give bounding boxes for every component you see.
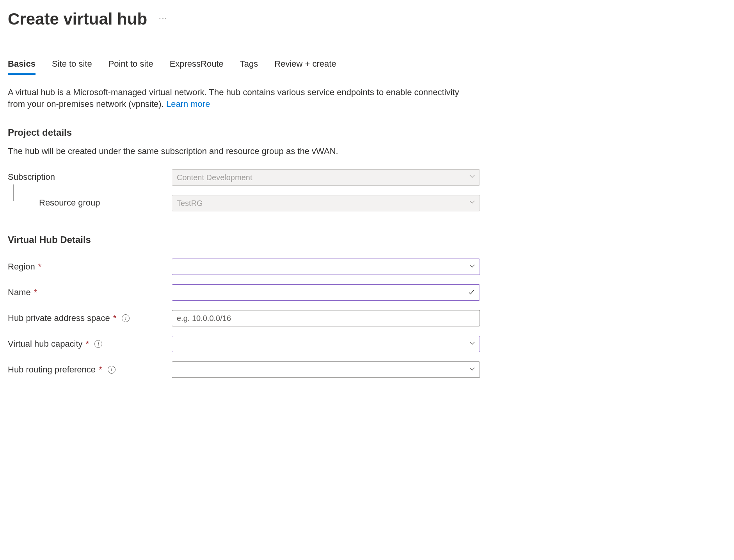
description-text: A virtual hub is a Microsoft-managed vir… (8, 87, 476, 111)
tab-tags[interactable]: Tags (240, 58, 258, 75)
routing-row: Hub routing preference * i (8, 362, 726, 378)
tabs: Basics Site to site Point to site Expres… (8, 58, 726, 75)
tab-site-to-site[interactable]: Site to site (52, 58, 92, 75)
chevron-down-icon (469, 198, 475, 207)
chevron-down-icon (469, 262, 475, 271)
description-body: A virtual hub is a Microsoft-managed vir… (8, 87, 459, 109)
name-label: Name (8, 287, 31, 299)
page-title: Create virtual hub (8, 8, 147, 31)
capacity-dropdown[interactable] (172, 336, 480, 352)
resource-group-row: Resource group TestRG (8, 195, 726, 211)
routing-dropdown[interactable] (172, 362, 480, 378)
name-input-wrap (172, 284, 480, 301)
subscription-dropdown: Content Development (172, 169, 480, 186)
checkmark-icon (468, 287, 475, 298)
project-details-heading: Project details (8, 126, 726, 139)
required-indicator: * (86, 338, 89, 350)
address-space-row: Hub private address space * i (8, 310, 726, 326)
resource-group-label: Resource group (39, 197, 100, 209)
learn-more-link[interactable]: Learn more (166, 99, 210, 109)
info-icon[interactable]: i (94, 340, 102, 348)
resource-group-value: TestRG (177, 198, 203, 209)
subscription-value: Content Development (177, 172, 252, 183)
resource-group-label-col: Resource group (8, 195, 172, 211)
tab-expressroute[interactable]: ExpressRoute (170, 58, 224, 75)
subscription-row: Subscription Content Development (8, 169, 726, 186)
region-dropdown[interactable] (172, 259, 480, 275)
info-icon[interactable]: i (108, 366, 116, 374)
required-indicator: * (113, 312, 117, 324)
region-row: Region * (8, 259, 726, 275)
tab-point-to-site[interactable]: Point to site (108, 58, 153, 75)
info-icon[interactable]: i (122, 314, 130, 322)
tab-review-create[interactable]: Review + create (274, 58, 336, 75)
project-details-subtext: The hub will be created under the same s… (8, 145, 726, 158)
subscription-label: Subscription (8, 171, 172, 183)
name-row: Name * (8, 284, 726, 301)
tree-indent-icon (11, 195, 34, 211)
routing-label: Hub routing preference (8, 364, 96, 376)
required-indicator: * (34, 287, 37, 299)
page-header: Create virtual hub ··· (8, 8, 726, 31)
chevron-down-icon (469, 365, 475, 374)
chevron-down-icon (469, 340, 475, 348)
address-space-label: Hub private address space (8, 312, 110, 324)
more-icon[interactable]: ··· (159, 12, 168, 26)
capacity-row: Virtual hub capacity * i (8, 336, 726, 352)
tab-basics[interactable]: Basics (8, 58, 36, 75)
vhub-details-heading: Virtual Hub Details (8, 233, 726, 246)
chevron-down-icon (469, 173, 475, 181)
name-input[interactable] (172, 284, 480, 301)
address-space-input[interactable] (172, 310, 480, 326)
region-label: Region (8, 261, 35, 273)
required-indicator: * (99, 364, 102, 376)
required-indicator: * (38, 261, 42, 273)
capacity-label: Virtual hub capacity (8, 338, 83, 350)
resource-group-dropdown: TestRG (172, 195, 480, 211)
